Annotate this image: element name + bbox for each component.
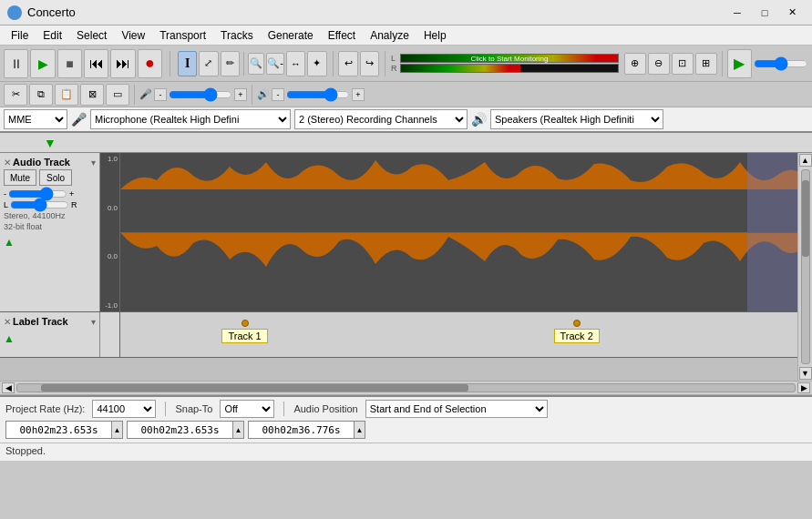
vu-r-meter[interactable]	[400, 64, 619, 73]
start-indicator[interactable]: ▼	[44, 136, 57, 150]
snap-to-select[interactable]: Off On	[220, 400, 274, 418]
label-track-dropdown[interactable]: ▾	[91, 317, 96, 327]
maximize-button[interactable]: □	[752, 5, 777, 21]
close-button[interactable]: ✕	[779, 5, 805, 21]
hscroll-thumb[interactable]	[41, 384, 468, 392]
input-volume-slider[interactable]	[169, 89, 232, 100]
audio-api-select[interactable]: MME DirectSound	[4, 109, 67, 129]
draw-tool-button[interactable]: ✏	[221, 51, 240, 76]
channels-select[interactable]: 2 (Stereo) Recording Channels 1 (Mono) R…	[294, 109, 468, 129]
solo-button[interactable]: Solo	[39, 169, 72, 186]
zoom-out-button[interactable]: 🔍-	[266, 53, 284, 75]
scale-mid2: 0.0	[100, 252, 118, 260]
pan-row: L R	[4, 200, 96, 209]
paste-button[interactable]: 📋	[55, 84, 78, 106]
record-button[interactable]: ●	[138, 49, 162, 78]
start-time-input[interactable]	[128, 422, 232, 438]
label-item-1: Track 1	[221, 320, 267, 343]
transport-toolbar: ⏸ ▶ ■ ⏮ ⏭ ● I ⤢ ✏ 🔍 🔍- ↔ ✦ ↩ ↪ L Click t…	[0, 46, 812, 82]
vscroll-thumb[interactable]	[802, 180, 809, 258]
output-volume-slider[interactable]	[286, 89, 350, 100]
play-at-speed-button[interactable]: ▶	[727, 49, 752, 78]
selection-tool-button[interactable]: I	[178, 51, 197, 76]
zoom-out2-button[interactable]: ⊖	[648, 53, 670, 75]
svg-rect-0	[120, 153, 797, 232]
play-button[interactable]: ▶	[30, 49, 55, 78]
pan-r-label: R	[71, 200, 77, 209]
input-device-select[interactable]: Microphone (Realtek High Defini	[90, 109, 291, 129]
start-time-spin[interactable]: ▲	[232, 422, 243, 438]
copy-button[interactable]: ⧉	[29, 84, 53, 106]
pan-slider[interactable]	[10, 200, 69, 209]
zoom-in-button[interactable]: 🔍	[248, 53, 264, 75]
mute-button[interactable]: Mute	[4, 169, 36, 186]
label-pin-1[interactable]	[242, 320, 249, 327]
time-shift-button[interactable]: ↔	[286, 51, 305, 76]
output-vol-down[interactable]: -	[272, 88, 284, 101]
hscroll-left-button[interactable]: ◀	[2, 382, 15, 393]
menu-file[interactable]: File	[4, 27, 36, 44]
redo-button[interactable]: ↪	[360, 51, 379, 76]
project-rate-label: Project Rate (Hz):	[5, 403, 85, 414]
vu-l-meter[interactable]: Click to Start Monitoring	[400, 54, 619, 63]
label-pin-2[interactable]	[573, 320, 581, 327]
audio-position-input[interactable]	[6, 422, 111, 438]
menu-view[interactable]: View	[114, 27, 152, 44]
audio-track-close-btn[interactable]: ✕	[4, 158, 11, 168]
end-time-input[interactable]	[249, 422, 354, 438]
menu-generate[interactable]: Generate	[261, 27, 321, 44]
menu-transport[interactable]: Transport	[152, 27, 213, 44]
label-text-2[interactable]: Track 2	[554, 329, 600, 343]
stop-button[interactable]: ■	[57, 49, 82, 78]
label-track-name: Label Track	[13, 316, 89, 327]
undo-button[interactable]: ↩	[338, 51, 357, 76]
zoom-fit-button[interactable]: ⊕	[624, 53, 646, 75]
title-bar: Concerto ─ □ ✕	[0, 0, 812, 25]
end-time-spin[interactable]: ▲	[354, 422, 365, 438]
label-track-close-btn[interactable]: ✕	[4, 317, 11, 327]
minimize-button[interactable]: ─	[725, 5, 750, 21]
menu-analyze[interactable]: Analyze	[363, 27, 416, 44]
label-text-1[interactable]: Track 1	[221, 329, 267, 343]
output-vol-up[interactable]: +	[352, 88, 365, 101]
label-track-expand[interactable]: ▲	[4, 332, 96, 345]
playback-speed-slider[interactable]	[754, 57, 808, 70]
scroll-down-button[interactable]: ▼	[799, 367, 812, 380]
trim-button[interactable]: ⊠	[80, 84, 104, 106]
label-expand-icon[interactable]: ▲	[4, 332, 15, 345]
menu-help[interactable]: Help	[416, 27, 454, 44]
audio-track-dropdown[interactable]: ▾	[91, 158, 96, 168]
zoom-sel-button[interactable]: ⊡	[672, 53, 694, 75]
envelope-tool-button[interactable]: ⤢	[199, 51, 218, 76]
scroll-up-button[interactable]: ▲	[799, 154, 812, 167]
selection-mode-select[interactable]: Start and End of Selection Start and Len…	[365, 400, 548, 418]
menu-edit[interactable]: Edit	[36, 27, 69, 44]
menu-effect[interactable]: Effect	[321, 27, 363, 44]
zoom-full-button[interactable]: ⊞	[695, 53, 717, 75]
bottom-controls: Project Rate (Hz): 44100 48000 22050 Sna…	[0, 395, 812, 443]
ruler-left-pad: ▼	[0, 136, 100, 150]
track-expand-btn[interactable]: ▲	[4, 236, 96, 249]
audio-pos-spin-up[interactable]: ▲	[111, 422, 122, 438]
waveform-upper	[120, 153, 797, 232]
project-rate-select[interactable]: 44100 48000 22050	[92, 400, 156, 418]
skip-fwd-button[interactable]: ⏭	[110, 49, 135, 78]
expand-icon[interactable]: ▲	[4, 236, 15, 249]
audio-track-content[interactable]	[120, 153, 797, 311]
menu-select[interactable]: Select	[69, 27, 114, 44]
vu-monitor-label[interactable]: Click to Start Monitoring	[401, 55, 618, 62]
hscroll-track[interactable]	[16, 383, 796, 392]
skip-back-button[interactable]: ⏮	[84, 49, 108, 78]
multi-tool-button[interactable]: ✦	[307, 51, 326, 76]
label-track-content[interactable]: Track 1 Track 2	[120, 312, 797, 357]
input-vol-up[interactable]: +	[234, 88, 247, 101]
output-device-select[interactable]: Speakers (Realtek High Definiti	[490, 109, 663, 129]
silence-button[interactable]: ▭	[106, 84, 129, 106]
menu-tracks[interactable]: Tracks	[213, 27, 261, 44]
pause-button[interactable]: ⏸	[4, 49, 28, 78]
input-vol-down[interactable]: -	[154, 88, 167, 101]
hscroll-right-button[interactable]: ▶	[797, 382, 810, 393]
horizontal-scrollbar: ◀ ▶	[0, 381, 812, 395]
cut-button[interactable]: ✂	[4, 84, 27, 106]
vscroll-track[interactable]	[801, 169, 810, 364]
